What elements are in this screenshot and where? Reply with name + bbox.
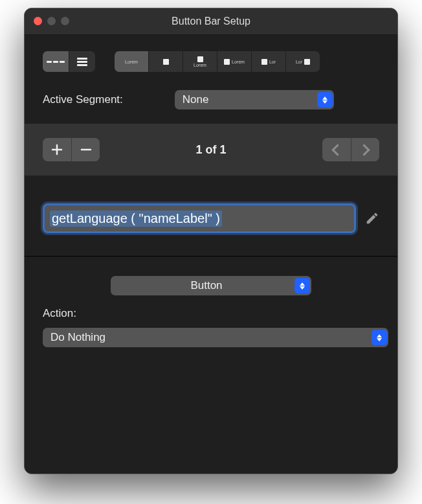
square-icon	[163, 59, 169, 65]
label-pos-2[interactable]	[148, 51, 183, 72]
label-pos-text: Lorem	[194, 63, 206, 67]
chevron-left-icon	[332, 144, 344, 155]
action-section: Button Action: Do Nothing	[25, 257, 397, 361]
stepper-icon	[372, 330, 387, 345]
orientation-segment	[43, 51, 95, 72]
square-icon	[224, 59, 230, 65]
label-pos-text: Lor	[296, 60, 302, 64]
stepper-icon	[294, 278, 310, 293]
minus-icon	[80, 144, 92, 155]
minimize-icon	[47, 17, 56, 25]
window-title: Button Bar Setup	[25, 16, 397, 27]
chevron-right-icon	[358, 144, 370, 155]
layout-section: Lorem Lorem Lorem Lor	[25, 35, 397, 124]
label-pos-text: Lorem	[125, 60, 138, 64]
pencil-icon[interactable]	[365, 211, 379, 225]
prev-segment-button[interactable]	[322, 138, 351, 161]
add-segment-button[interactable]	[43, 138, 71, 161]
label-pos-4[interactable]: Lorem	[217, 51, 251, 72]
titlebar: Button Bar Setup	[25, 8, 397, 35]
button-bar-setup-window: Button Bar Setup Lorem	[24, 8, 398, 474]
name-row: getLanguage ( "nameLabel" )	[43, 203, 379, 233]
next-segment-button[interactable]	[351, 138, 379, 161]
segment-nav-section: 1 of 1	[25, 124, 397, 176]
horizontal-icon	[47, 61, 65, 63]
label-pos-5[interactable]: Lor	[251, 51, 285, 72]
content: Lorem Lorem Lorem Lor	[25, 35, 397, 474]
layout-toprow: Lorem Lorem Lorem Lor	[43, 51, 379, 72]
active-segment-label: Active Segment:	[43, 93, 123, 106]
orientation-vertical[interactable]	[69, 51, 95, 72]
label-pos-text: Lorem	[232, 60, 245, 64]
zoom-icon	[61, 17, 69, 25]
square-icon	[261, 59, 267, 65]
label-position-segment: Lorem Lorem Lorem Lor	[115, 51, 320, 72]
label-pos-text: Lor	[269, 60, 276, 64]
segment-name-input[interactable]: getLanguage ( "nameLabel" )	[43, 203, 356, 233]
action-label: Action:	[43, 307, 379, 320]
action-select[interactable]: Do Nothing	[43, 328, 388, 347]
plus-icon	[51, 144, 63, 155]
segment-counter: 1 of 1	[195, 143, 226, 157]
close-icon[interactable]	[34, 17, 42, 25]
segment-type-select[interactable]: Button	[111, 276, 311, 295]
label-pos-6[interactable]: Lor	[285, 51, 320, 72]
square-icon	[304, 59, 310, 65]
remove-segment-button[interactable]	[71, 138, 100, 161]
segment-type-value: Button	[118, 279, 294, 292]
segment-name-value: getLanguage ( "nameLabel" )	[50, 211, 222, 227]
vertical-icon	[77, 56, 87, 67]
active-segment-row: Active Segment: None	[43, 90, 379, 109]
stepper-icon	[317, 92, 333, 108]
name-section: getLanguage ( "nameLabel" )	[25, 176, 397, 256]
add-remove-group	[43, 138, 100, 161]
action-value: Do Nothing	[50, 331, 372, 344]
square-icon	[197, 56, 203, 62]
label-pos-1[interactable]: Lorem	[115, 51, 148, 72]
traffic-lights	[34, 17, 69, 25]
active-segment-value: None	[183, 93, 317, 106]
type-row: Button	[43, 276, 379, 295]
prev-next-group	[322, 138, 379, 161]
label-pos-3[interactable]: Lorem	[183, 51, 217, 72]
active-segment-select[interactable]: None	[175, 90, 334, 109]
orientation-horizontal[interactable]	[43, 51, 69, 72]
